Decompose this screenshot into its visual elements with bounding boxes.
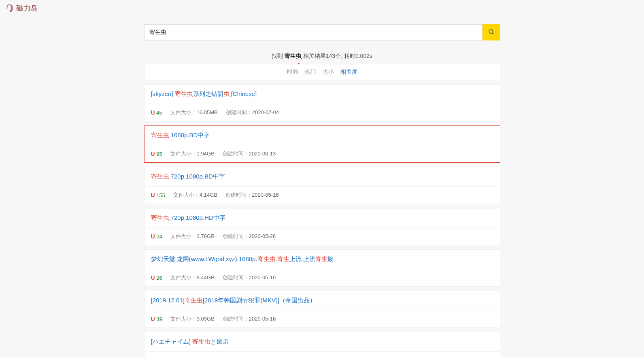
title-text: .720p.1080p.HD中字 bbox=[169, 214, 225, 221]
result-item: [ハエチャイム] 寄生虫と姉弟U 15文件大小：3.25MB创建时间：2020-… bbox=[144, 332, 500, 357]
keyword-highlight: 寄生虫 bbox=[192, 338, 210, 345]
title-text: [ハエチャイム] bbox=[151, 338, 193, 345]
result-meta: U 26文件大小：9.44GB创建时间：2020-05-16 bbox=[145, 269, 500, 286]
result-meta: U 39文件大小：3.09GB创建时间：2020-05-16 bbox=[145, 310, 500, 327]
title-text: 族 bbox=[327, 255, 334, 262]
created-date: 创建时间：2020-05-26 bbox=[223, 233, 276, 240]
sort-bar: 时间热门大小相关度 bbox=[144, 64, 500, 80]
filesize: 文件大小：4.14GB bbox=[173, 191, 217, 199]
filesize: 文件大小：9.44GB bbox=[170, 274, 215, 281]
keyword-highlight: 寄生 bbox=[315, 255, 327, 262]
seed-count: 26 bbox=[156, 275, 162, 281]
magnet-icon: U bbox=[151, 109, 155, 116]
created-date: 创建时间：2020-07-04 bbox=[226, 109, 279, 116]
site-name[interactable]: 磁力岛 bbox=[16, 3, 38, 13]
filesize: 文件大小：16.05MB bbox=[170, 109, 218, 116]
sort-option[interactable]: 相关度 bbox=[337, 68, 361, 75]
created-date: 创建时间：2020-05-16 bbox=[223, 315, 276, 323]
indicator-dot bbox=[298, 63, 300, 64]
title-text: [skyzen] bbox=[151, 90, 175, 97]
result-title[interactable]: [skyzen] 寄生虫系列之钻阴虫 [Chinese] bbox=[145, 85, 500, 104]
magnet-icon: U bbox=[151, 151, 155, 157]
seed-count: 45 bbox=[156, 110, 162, 116]
seed-count: 95 bbox=[156, 151, 162, 157]
keyword-highlight: 寄生虫 bbox=[151, 132, 169, 138]
search-button[interactable] bbox=[482, 24, 500, 40]
title-text: 梦幻天堂·龙网(www.LWgod.xyz).1080p. bbox=[151, 255, 257, 262]
result-item: 寄生虫.720p.1080p.BD中字U 155文件大小：4.14GB创建时间：… bbox=[144, 167, 500, 204]
result-title[interactable]: 寄生虫.720p.1080p.BD中字 bbox=[145, 167, 500, 187]
search-bar bbox=[144, 24, 500, 40]
created-date: 创建时间：2020-06-13 bbox=[223, 150, 276, 157]
sort-option[interactable]: 热门 bbox=[302, 68, 319, 75]
keyword-highlight: 寄生虫 bbox=[151, 173, 169, 180]
title-text: .720p.1080p.BD中字 bbox=[169, 173, 225, 180]
title-text: [Chinese] bbox=[230, 90, 257, 97]
filesize: 文件大小：3.76GB bbox=[170, 233, 215, 240]
summary-prefix: 找到 bbox=[272, 53, 285, 59]
title-text: と姉弟 bbox=[210, 338, 229, 345]
result-meta: U 45文件大小：16.05MB创建时间：2020-07-04 bbox=[145, 104, 500, 121]
title-text: .1080p.BD中字 bbox=[169, 132, 210, 138]
magnet-icon: U bbox=[151, 316, 155, 322]
result-item: [skyzen] 寄生虫系列之钻阴虫 [Chinese]U 45文件大小：16.… bbox=[144, 84, 500, 121]
summary-keyword: 寄生虫 bbox=[285, 53, 302, 59]
result-meta: U 95文件大小：1.94GB创建时间：2020-06-13 bbox=[145, 145, 500, 162]
search-icon bbox=[488, 29, 495, 36]
magnet-group[interactable]: U 155 bbox=[151, 192, 165, 198]
magnet-icon: U bbox=[151, 192, 155, 198]
title-text: 系列之钻阴 bbox=[193, 90, 223, 97]
result-meta: U 155文件大小：4.14GB创建时间：2020-05-16 bbox=[145, 187, 500, 204]
svg-point-0 bbox=[8, 6, 9, 6]
keyword-highlight: 寄生虫 bbox=[175, 90, 193, 97]
magnet-group[interactable]: U 24 bbox=[151, 233, 162, 240]
svg-line-2 bbox=[492, 33, 493, 34]
seed-count: 39 bbox=[156, 316, 162, 322]
magnet-group[interactable]: U 26 bbox=[151, 274, 162, 281]
result-item: 寄生虫.1080p.BD中字U 95文件大小：1.94GB创建时间：2020-0… bbox=[144, 125, 500, 163]
sort-option[interactable]: 时间 bbox=[284, 68, 302, 75]
magnet-group[interactable]: U 95 bbox=[151, 151, 162, 157]
result-meta: U 15文件大小：3.25MB创建时间：2020-05-15 bbox=[145, 352, 500, 357]
result-summary: 找到 寄生虫 相关结果143个, 耗时0.002s bbox=[144, 49, 500, 64]
created-date: 创建时间：2020-05-16 bbox=[223, 274, 276, 281]
result-item: 梦幻天堂·龙网(www.LWgod.xyz).1080p.寄生虫.寄生上流.上流… bbox=[144, 249, 500, 287]
title-text: [2019.12.01] bbox=[151, 297, 185, 304]
result-title[interactable]: [ハエチャイム] 寄生虫と姉弟 bbox=[145, 332, 500, 352]
result-title[interactable]: 寄生虫.1080p.BD中字 bbox=[145, 126, 500, 145]
keyword-highlight: 虫 bbox=[223, 90, 230, 97]
result-meta: U 24文件大小：3.76GB创建时间：2020-05-26 bbox=[145, 228, 500, 245]
title-text: [2019年韩国剧情犯罪(MKV)]（帝国出品） bbox=[203, 297, 316, 304]
magnet-icon: U bbox=[151, 274, 155, 281]
magnet-group[interactable]: U 39 bbox=[151, 316, 162, 322]
result-title[interactable]: 梦幻天堂·龙网(www.LWgod.xyz).1080p.寄生虫.寄生上流.上流… bbox=[145, 250, 500, 269]
magnet-icon: U bbox=[151, 233, 155, 240]
filesize: 文件大小：1.94GB bbox=[170, 150, 215, 157]
svg-point-1 bbox=[489, 30, 493, 33]
result-title[interactable]: 寄生虫.720p.1080p.HD中字 bbox=[145, 208, 500, 228]
keyword-highlight: 寄生虫 bbox=[257, 255, 276, 262]
seed-count: 155 bbox=[156, 192, 165, 198]
magnet-group[interactable]: U 45 bbox=[151, 109, 162, 116]
keyword-highlight: 寄生 bbox=[277, 255, 289, 262]
result-title[interactable]: [2019.12.01]寄生虫[2019年韩国剧情犯罪(MKV)]（帝国出品） bbox=[145, 291, 500, 310]
filesize: 文件大小：3.09GB bbox=[170, 315, 215, 323]
summary-rest: 相关结果143个, 耗时0.002s bbox=[302, 53, 372, 59]
title-text: 上流.上流 bbox=[289, 255, 315, 262]
header: 磁力岛 bbox=[0, 0, 644, 16]
keyword-highlight: 寄生虫 bbox=[185, 297, 203, 304]
main-content: 找到 寄生虫 相关结果143个, 耗时0.002s 时间热门大小相关度 [sky… bbox=[140, 24, 504, 357]
sort-option[interactable]: 大小 bbox=[319, 68, 337, 75]
result-item: 寄生虫.720p.1080p.HD中字U 24文件大小：3.76GB创建时间：2… bbox=[144, 208, 500, 245]
result-item: [2019.12.01]寄生虫[2019年韩国剧情犯罪(MKV)]（帝国出品）U… bbox=[144, 291, 500, 328]
created-date: 创建时间：2020-05-16 bbox=[225, 191, 279, 199]
keyword-highlight: 寄生虫 bbox=[151, 214, 169, 221]
logo-icon bbox=[5, 4, 14, 13]
search-input[interactable] bbox=[144, 24, 482, 40]
seed-count: 24 bbox=[156, 234, 162, 240]
